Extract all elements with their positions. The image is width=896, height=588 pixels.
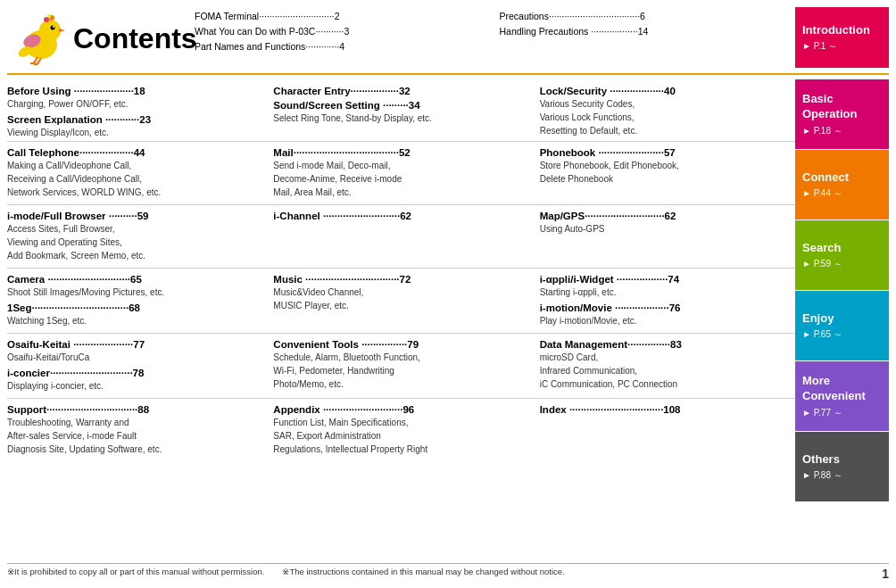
col-music: Music ·································7…: [273, 274, 539, 327]
col-osaifu: Osaifu-Keitai ·····················77 Os…: [7, 339, 273, 393]
col-camera: Camera ·····························65 S…: [7, 274, 273, 327]
index-title: Index ·································1…: [540, 404, 795, 415]
support-title: Support································8…: [7, 404, 262, 415]
appendix-title: Appendix ····························96: [273, 404, 528, 415]
tab-more-sub: ► P.77 ～: [802, 407, 882, 418]
tab-introduction[interactable]: Introduction ► P.1 ～: [795, 7, 889, 68]
oneseg-desc: Watching 1Seg, etc.: [7, 314, 262, 327]
tab-connect-sub: ► P.44 ～: [802, 187, 882, 199]
col-imode: i-mode/Full Browser ··········59 Access …: [7, 211, 273, 262]
section-row-6: Support································8…: [7, 398, 795, 461]
oneseg-title: 1Seg··································68: [7, 302, 262, 313]
osaifu-title: Osaifu-Keitai ·····················77: [7, 339, 262, 350]
imotion-desc: Play i-motion/Movie, etc.: [540, 314, 795, 327]
datamgmt-title: Data Management···············83: [540, 339, 795, 350]
col-mail: Mail····································…: [273, 147, 539, 199]
nav-item-5: Handling Precautions ··················1…: [500, 24, 796, 39]
footer: ※It is prohibited to copy all or part of…: [7, 563, 889, 581]
section-row-4: Camera ·····························65 S…: [7, 268, 795, 333]
sound-screen-desc: Select Ring Tone, Stand-by Display, etc.: [273, 112, 528, 125]
svg-point-13: [44, 17, 49, 22]
tab-intro-sub: ► P.1 ～: [802, 40, 882, 52]
tab-connect-label: Connect: [802, 170, 882, 186]
tab-more-label: MoreConvenient: [802, 374, 882, 404]
mapgps-title: Map/GPS····························62: [540, 211, 795, 221]
svg-marker-2: [59, 29, 65, 32]
col-convenient: Convenient Tools ················79 Sche…: [273, 339, 539, 393]
imotion-title: i-motion/Movie ···················76: [540, 302, 795, 313]
svg-point-3: [51, 26, 55, 30]
tab-enjoy-label: Enjoy: [802, 311, 882, 327]
iconcier-desc: Displaying i-concier, etc.: [7, 379, 262, 393]
section-row-3: i-mode/Full Browser ··········59 Access …: [7, 204, 795, 268]
footer-notice: ※It is prohibited to copy all or part of…: [7, 567, 565, 581]
tab-search[interactable]: Search ► P.59 ～: [795, 220, 889, 290]
header-nav: FOMA Terminal···························…: [186, 7, 795, 54]
screen-expl-desc: Viewing Display/Icon, etc.: [7, 126, 262, 139]
col-character: Character Entry·················32 Sound…: [273, 86, 539, 139]
iconcier-title: i-concier·····························78: [7, 368, 262, 378]
section-row-5: Osaifu-Keitai ·····················77 Os…: [7, 333, 795, 398]
music-desc: Music&Video Channel,MUSIC Player, etc.: [273, 286, 528, 312]
mail-desc: Send i-mode Mail, Deco-mail,Decome-Anime…: [273, 159, 528, 199]
svg-point-1: [39, 20, 61, 41]
col-datamgmt: Data Management···············83 microSD…: [540, 339, 795, 393]
tabs-column: Introduction ► P.1 ～: [795, 7, 889, 68]
tab-intro-label: Introduction: [802, 23, 882, 38]
ichannel-title: i-Channel ···························62: [273, 211, 528, 221]
logo-area: Contents: [7, 7, 186, 70]
tab-basic-label: BasicOperation: [802, 92, 882, 122]
col-support: Support································8…: [7, 404, 273, 456]
screen-expl-title: Screen Explanation ············23: [7, 114, 262, 125]
tabs-column-right: BasicOperation ► P.18 ～ Connect ► P.44 ～…: [795, 79, 889, 563]
phonebook-title: Phonebook ·······················57: [540, 147, 795, 158]
col-before-using: Before Using ·····················18 Cha…: [7, 86, 273, 139]
nav-item-2: What You can Do with P-03C···········3: [195, 24, 491, 39]
osaifu-desc: Osaifu-Keitai/ToruCa: [7, 351, 262, 364]
svg-point-15: [47, 14, 51, 18]
header: Contents FOMA Terminal··················…: [7, 7, 889, 75]
nav-item-3: Part Names and Functions·············4: [195, 39, 491, 54]
section-row-1: Before Using ·····················18 Cha…: [7, 80, 795, 141]
iappli-desc: Starting i-αppli, etc.: [540, 286, 795, 299]
before-using-title: Before Using ·····················18: [7, 86, 262, 96]
nav-col-1: FOMA Terminal···························…: [186, 9, 491, 54]
lock-title: Lock/Security ···················40: [540, 86, 795, 96]
page-wrapper: Contents FOMA Terminal··················…: [0, 0, 896, 588]
col-phonebook: Phonebook ·······················57 Stor…: [540, 147, 795, 199]
datamgmt-desc: microSD Card,Infrared Communication,iC C…: [540, 351, 795, 391]
tab-basic-operation[interactable]: BasicOperation ► P.18 ～: [795, 79, 889, 149]
svg-point-4: [53, 26, 54, 28]
tab-others-sub: ► P.88 ～: [802, 469, 882, 481]
col-appendix: Appendix ····························96 …: [273, 404, 539, 456]
sound-screen-title: Sound/Screen Setting ·········34: [273, 100, 528, 111]
support-desc: Troubleshooting, Warranty andAfter-sales…: [7, 416, 262, 456]
appendix-desc: Function List, Main Specifications,SAR, …: [273, 416, 528, 456]
music-title: Music ·································7…: [273, 274, 528, 285]
lock-desc: Various Security Codes,Various Lock Func…: [540, 97, 795, 137]
nav-item-4: Precautions·····························…: [500, 9, 796, 24]
col-iappli: i-αppli/i-Widget ··················74 St…: [540, 274, 795, 327]
imode-title: i-mode/Full Browser ··········59: [7, 211, 262, 221]
svg-line-10: [34, 61, 35, 63]
convenient-desc: Schedule, Alarm, Bluetooth Function,Wi-F…: [273, 351, 528, 391]
before-using-desc: Charging, Power ON/OFF, etc.: [7, 97, 262, 111]
camera-title: Camera ·····························65: [7, 274, 262, 285]
tab-more-convenient[interactable]: MoreConvenient ► P.77 ～: [795, 361, 889, 431]
call-title: Call Telephone···················44: [7, 147, 262, 158]
nav-item-1: FOMA Terminal···························…: [195, 9, 491, 24]
col-mapgps: Map/GPS····························62 Us…: [540, 211, 795, 262]
call-desc: Making a Call/Videophone Call,Receiving …: [7, 159, 262, 199]
nav-col-2: Precautions·····························…: [491, 9, 796, 54]
section-row-2: Call Telephone···················44 Maki…: [7, 141, 795, 204]
tab-basic-sub: ► P.18 ～: [802, 125, 882, 137]
tab-enjoy-sub: ► P.65 ～: [802, 328, 882, 340]
tab-search-label: Search: [802, 241, 882, 256]
tab-connect[interactable]: Connect ► P.44 ～: [795, 150, 889, 219]
col-index: Index ·································1…: [540, 404, 795, 456]
tab-enjoy[interactable]: Enjoy ► P.65 ～: [795, 291, 889, 360]
content-area: Before Using ·····················18 Cha…: [7, 80, 795, 563]
mapgps-desc: Using Auto-GPS: [540, 222, 795, 236]
char-entry-title: Character Entry·················32: [273, 86, 528, 96]
tab-others[interactable]: Others ► P.88 ～: [795, 432, 889, 501]
